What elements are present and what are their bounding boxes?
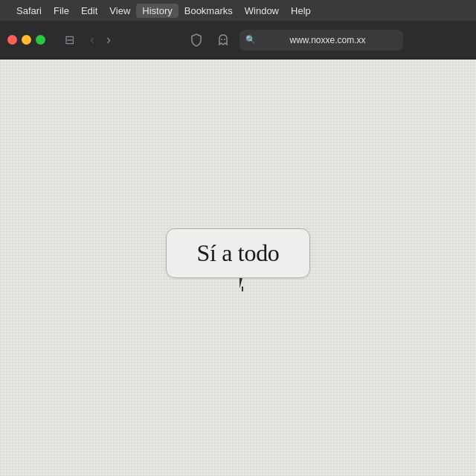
address-bar[interactable]: 🔍 www.noxxe.com.xx [239, 30, 403, 51]
address-search-icon: 🔍 [245, 35, 256, 45]
menu-safari[interactable]: Safari [10, 4, 48, 18]
menu-window[interactable]: Window [239, 4, 285, 18]
menu-edit[interactable]: Edit [75, 4, 103, 18]
sidebar-toggle-button[interactable]: ⊟ [57, 31, 81, 49]
shield-icon [186, 30, 207, 51]
traffic-lights [7, 35, 45, 45]
url-display: www.noxxe.com.xx [259, 35, 397, 45]
menu-help[interactable]: Help [285, 4, 317, 18]
menu-view[interactable]: View [103, 4, 136, 18]
close-button[interactable] [7, 35, 17, 45]
svg-point-0 [221, 39, 222, 40]
forward-button[interactable]: › [103, 30, 114, 49]
back-button[interactable]: ‹ [87, 30, 97, 49]
svg-point-1 [224, 39, 225, 40]
macos-menu-bar: Safari File Edit View History Bookmarks … [0, 0, 476, 21]
ghost-icon [213, 30, 234, 51]
fullscreen-button[interactable] [36, 35, 45, 45]
minimize-button[interactable] [22, 35, 31, 45]
mouse-cursor [239, 278, 248, 292]
menu-bar: Safari File Edit View History Bookmarks … [10, 4, 470, 18]
si-a-todo-button[interactable]: Sí a todo [166, 228, 309, 278]
menu-file[interactable]: File [48, 4, 75, 18]
menu-history[interactable]: History [136, 4, 178, 18]
sidebar-icon: ⊟ [65, 33, 74, 47]
menu-bookmarks[interactable]: Bookmarks [178, 4, 239, 18]
web-content-area: Sí a todo [0, 60, 476, 476]
screen: Safari File Edit View History Bookmarks … [0, 0, 476, 476]
safari-toolbar: ⊟ ‹ › 🔍 www.noxxe.com.xx [0, 21, 476, 60]
